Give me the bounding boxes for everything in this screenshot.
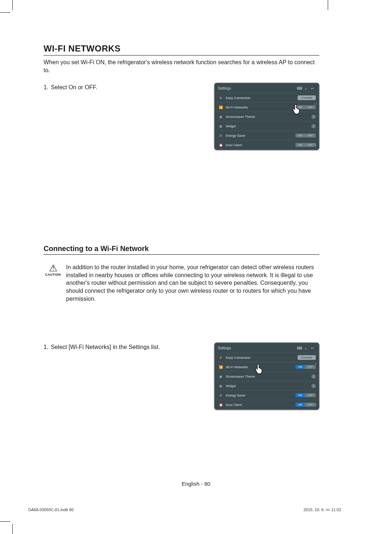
row-screensaver[interactable]: ▣ Screensaver Theme › xyxy=(215,112,319,121)
row-energy-saver[interactable]: ♻ Energy Saver ON OFF xyxy=(215,390,319,400)
door-toggle-on[interactable]: ON xyxy=(295,403,305,407)
print-metadata: DA68-03055C-01.indb 80 2015. 10. 6. ⌗⌗ 1… xyxy=(28,508,341,512)
home-icon[interactable]: ⌂ xyxy=(303,345,309,350)
wifi-toggle-on[interactable]: ON xyxy=(295,365,305,369)
step-1-number: 1. xyxy=(44,84,51,91)
caution-triangle-icon: ⚠ xyxy=(44,263,62,273)
row-energy-saver[interactable]: ♻ Energy Saver ON OFF xyxy=(215,131,319,140)
home-icon[interactable]: ⌂ xyxy=(303,86,309,91)
subsection-heading: Connecting to a Wi-Fi Network xyxy=(44,245,319,255)
wifi-toggle[interactable]: ON OFF xyxy=(295,105,316,109)
connect-button[interactable]: Connect xyxy=(298,95,316,100)
door-alarm-label: Door Alarm xyxy=(224,143,295,147)
panel-header: Settings ⌨ ⌂ ↩ xyxy=(215,343,319,353)
widget-label: Widget xyxy=(224,124,311,128)
energy-saver-label: Energy Saver xyxy=(224,134,295,137)
row-widget[interactable]: ▦ Widget › xyxy=(215,381,319,390)
wifi-toggle[interactable]: ON OFF xyxy=(295,365,316,369)
row-widget[interactable]: ▦ Widget › xyxy=(215,121,319,131)
settings-panel-figure-2: Settings ⌨ ⌂ ↩ ⚙ Easy Connection Connect… xyxy=(214,342,319,410)
caution-block: ⚠ CAUTION In addition to the router inst… xyxy=(44,263,319,303)
door-toggle[interactable]: ON OFF xyxy=(295,403,316,407)
gear-icon: ⚙ xyxy=(218,356,224,360)
keyboard-icon[interactable]: ⌨ xyxy=(296,345,303,350)
step-2-text: 1.Select [Wi-Fi Networks] in the Setting… xyxy=(44,342,207,350)
back-icon[interactable]: ↩ xyxy=(309,86,316,91)
wifi-icon: 📶 xyxy=(218,106,224,109)
screensaver-label: Screensaver Theme xyxy=(224,115,311,119)
row-door-alarm[interactable]: ⏰ Door Alarm ON OFF xyxy=(215,400,319,409)
row-door-alarm[interactable]: ⏰ Door Alarm ON OFF xyxy=(215,140,319,149)
wifi-networks-label: Wi-Fi Networks xyxy=(224,365,295,369)
step-1-row: 1.Select On or OFF. Settings ⌨ ⌂ ↩ ⚙ Eas… xyxy=(44,83,319,150)
energy-saver-label: Energy Saver xyxy=(224,394,295,397)
chevron-up-icon[interactable]: ˄ xyxy=(315,103,317,107)
door-toggle[interactable]: ON OFF xyxy=(295,143,316,147)
scroll-indicator[interactable]: ˄ ˅ xyxy=(314,363,318,408)
step-1-text: 1.Select On or OFF. xyxy=(44,83,207,91)
back-icon[interactable]: ↩ xyxy=(309,345,316,350)
caution-label: CAUTION xyxy=(44,273,62,276)
door-alarm-label: Door Alarm xyxy=(224,403,295,407)
panel-header: Settings ⌨ ⌂ ↩ xyxy=(215,83,319,93)
row-screensaver[interactable]: ▣ Screensaver Theme › xyxy=(215,371,319,381)
easy-connection-label: Easy Connection xyxy=(224,96,298,100)
step-2-instruction: Select [Wi-Fi Networks] in the Settings … xyxy=(51,344,160,350)
easy-connection-label: Easy Connection xyxy=(224,356,298,360)
connect-button[interactable]: Connect xyxy=(298,355,316,360)
chevron-down-icon[interactable]: ˅ xyxy=(315,404,317,408)
leaf-icon: ♻ xyxy=(218,394,224,397)
panel-title: Settings xyxy=(218,86,296,90)
page-footer: English - 80 xyxy=(0,481,392,487)
row-easy-connection[interactable]: ⚙ Easy Connection Connect xyxy=(215,93,319,102)
intro-text: When you set Wi-Fi ON, the refrigerator'… xyxy=(44,58,319,74)
settings-panel-figure-1: Settings ⌨ ⌂ ↩ ⚙ Easy Connection Connect… xyxy=(214,83,319,150)
image-icon: ▣ xyxy=(218,375,224,378)
leaf-icon: ♻ xyxy=(218,134,224,137)
wifi-networks-label: Wi-Fi Networks xyxy=(224,106,295,109)
row-wifi-networks[interactable]: 📶 Wi-Fi Networks ON OFF xyxy=(215,362,319,371)
chevron-up-icon[interactable]: ˄ xyxy=(315,363,317,367)
gear-icon: ⚙ xyxy=(218,96,224,100)
screensaver-label: Screensaver Theme xyxy=(224,375,311,378)
door-toggle-on[interactable]: ON xyxy=(295,143,305,147)
section-heading: WI-FI NETWORKS xyxy=(44,44,319,56)
step-2-row: 1.Select [Wi-Fi Networks] in the Setting… xyxy=(44,342,319,410)
widget-icon: ▦ xyxy=(218,124,224,128)
caution-text: In addition to the router installed in y… xyxy=(66,263,319,303)
panel-title: Settings xyxy=(218,346,296,350)
alarm-icon: ⏰ xyxy=(218,403,224,407)
energy-toggle[interactable]: ON OFF xyxy=(295,134,316,137)
alarm-icon: ⏰ xyxy=(218,143,224,147)
chevron-down-icon[interactable]: ˅ xyxy=(315,144,317,148)
wifi-icon: 📶 xyxy=(218,365,224,369)
widget-label: Widget xyxy=(224,384,311,388)
widget-icon: ▦ xyxy=(218,384,224,388)
step-2-number: 1. xyxy=(44,344,51,350)
image-icon: ▣ xyxy=(218,115,224,119)
keyboard-icon[interactable]: ⌨ xyxy=(296,86,303,91)
energy-toggle[interactable]: ON OFF xyxy=(295,393,316,397)
row-easy-connection[interactable]: ⚙ Easy Connection Connect xyxy=(215,353,319,362)
row-wifi-networks[interactable]: 📶 Wi-Fi Networks ON OFF xyxy=(215,102,319,112)
print-file: DA68-03055C-01.indb 80 xyxy=(28,508,74,512)
energy-toggle-on[interactable]: ON xyxy=(295,134,305,137)
step-1-instruction: Select On or OFF. xyxy=(51,84,97,90)
scroll-indicator[interactable]: ˄ ˅ xyxy=(314,103,318,148)
wifi-toggle-on[interactable]: ON xyxy=(295,105,305,109)
energy-toggle-on[interactable]: ON xyxy=(295,393,305,397)
print-timestamp: 2015. 10. 6. ⌗⌗ 11:02 xyxy=(303,508,341,512)
